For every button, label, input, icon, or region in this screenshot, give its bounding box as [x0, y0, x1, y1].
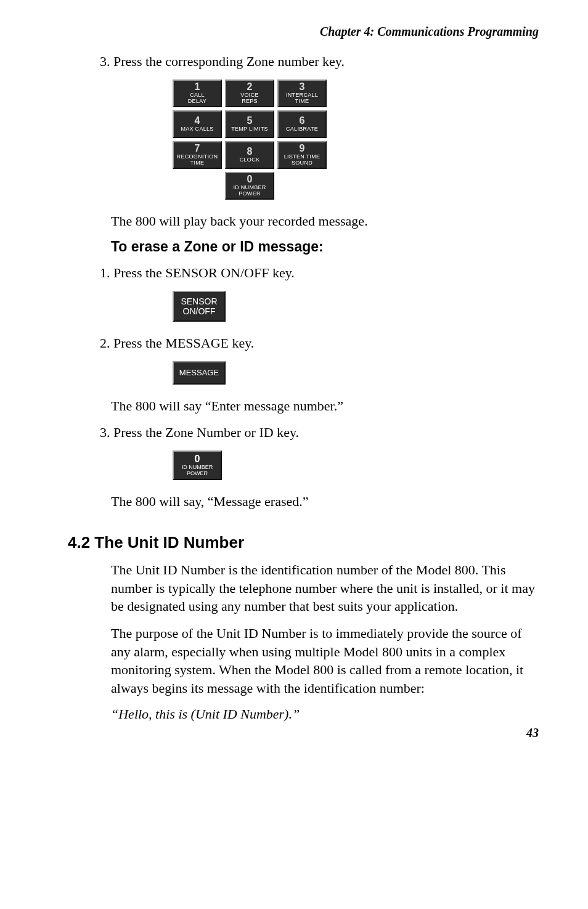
key-digit: 4 [174, 116, 221, 126]
step-3-press-zone: 3. Press the corresponding Zone number k… [100, 52, 539, 71]
key-8[interactable]: 8 CLOCK [225, 141, 274, 169]
key-label: CLOCK [226, 157, 273, 163]
key-2[interactable]: 2 VOICE REPS [225, 79, 274, 107]
key-0[interactable]: 0 ID NUMBER POWER [225, 172, 274, 200]
key-7[interactable]: 7 RECOGNITION TIME [173, 141, 222, 169]
page-number: 43 [68, 726, 539, 740]
keypad: 1 CALL DELAY 2 VOICE REPS 3 INTERCALL TI… [173, 79, 539, 200]
key-digit: 0 [195, 454, 200, 465]
step-2-message: 2. Press the MESSAGE key. [100, 334, 539, 353]
key-digit: 6 [279, 116, 325, 126]
erase-heading: To erase a Zone or ID message: [111, 238, 539, 255]
key-digit: 8 [226, 147, 273, 157]
key-label: POWER [187, 471, 208, 477]
key-label: TIME [279, 99, 325, 104]
key-1[interactable]: 1 CALL DELAY [173, 79, 222, 107]
key-9[interactable]: 9 LISTEN TIME SOUND [277, 141, 327, 169]
hello-quote: “Hello, this is (Unit ID Number).” [111, 706, 539, 722]
enter-message-text: The 800 will say “Enter message number.” [111, 397, 539, 415]
button-label: SENSOR [181, 296, 217, 306]
key-digit: 7 [174, 144, 221, 154]
key-digit: 2 [226, 82, 273, 92]
key-5[interactable]: 5 TEMP LIMITS [225, 110, 274, 138]
key-label: MAX CALLS [174, 126, 221, 132]
key-3[interactable]: 3 INTERCALL TIME [277, 79, 327, 107]
key-digit: 5 [226, 116, 273, 126]
key-label: TEMP LIMITS [226, 126, 273, 132]
chapter-header: Chapter 4: Communications Programming [68, 25, 539, 39]
step-3-zone-id: 3. Press the Zone Number or ID key. [100, 423, 539, 442]
para-unit-id-1: The Unit ID Number is the identification… [111, 561, 539, 616]
key-label: SOUND [279, 160, 325, 166]
key-digit: 1 [174, 82, 221, 92]
key-label: DELAY [174, 99, 221, 104]
key-digit: 0 [226, 174, 273, 185]
key-label: POWER [226, 191, 273, 197]
section-heading-4-2: 4.2 The Unit ID Number [68, 533, 539, 552]
erased-text: The 800 will say, “Message erased.” [111, 492, 539, 511]
button-label: MESSAGE [179, 368, 219, 377]
step-1-sensor: 1. Press the SENSOR ON/OFF key. [100, 264, 539, 282]
key-digit: 3 [279, 82, 325, 92]
id-number-button[interactable]: 0 ID NUMBER POWER [173, 450, 222, 480]
sensor-onoff-button[interactable]: SENSOR ON/OFF [173, 291, 226, 322]
key-digit: 9 [279, 144, 325, 154]
playback-text: The 800 will play back your recorded mes… [111, 212, 539, 230]
key-6[interactable]: 6 CALIBRATE [277, 110, 327, 138]
para-unit-id-2: The purpose of the Unit ID Number is to … [111, 624, 539, 698]
key-label: REPS [226, 99, 273, 104]
message-button[interactable]: MESSAGE [173, 361, 226, 385]
key-label: TIME [174, 160, 221, 166]
key-4[interactable]: 4 MAX CALLS [173, 110, 222, 138]
key-label: CALIBRATE [279, 126, 325, 132]
button-label: ON/OFF [183, 306, 216, 316]
